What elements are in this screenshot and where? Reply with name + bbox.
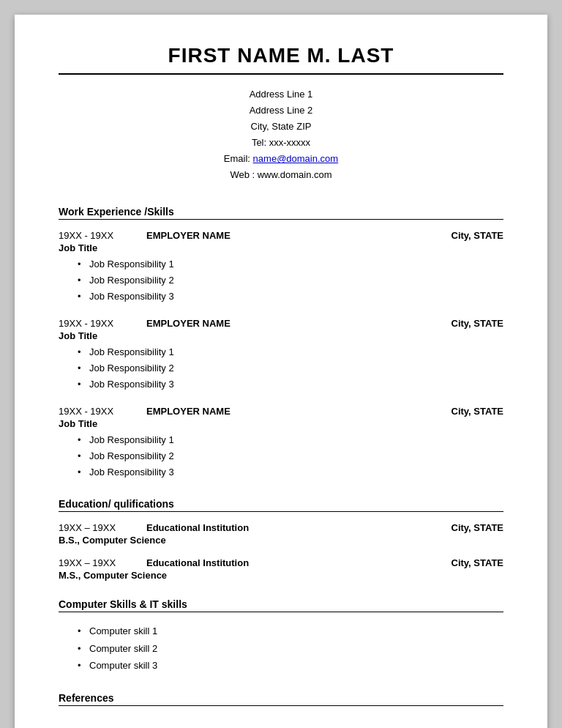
edu-entry-2: 19XX – 19XX Educational Institution City…: [59, 557, 503, 581]
web-label: Web :: [230, 169, 255, 180]
edu-location-1: City, STATE: [452, 522, 504, 533]
list-item: Job Responsibility 1: [80, 256, 503, 272]
skills-list: Computer skill 1 Computer skill 2 Comput…: [59, 623, 503, 674]
job-entry-1: 19XX - 19XX EMPLOYER NAME City, STATE Jo…: [59, 230, 503, 305]
references-title: References: [59, 692, 503, 706]
education-title: Education/ qulifications: [59, 498, 503, 512]
job-employer-3: EMPLOYER NAME: [146, 406, 231, 417]
list-item: Computer skill 3: [80, 657, 503, 674]
email-label: Email:: [224, 153, 250, 164]
job-header-left-1: 19XX - 19XX EMPLOYER NAME: [59, 230, 231, 241]
job-location-1: City, STATE: [452, 230, 504, 241]
list-item: Computer skill 1: [80, 623, 503, 639]
job-title-3: Job Title: [59, 418, 503, 429]
list-item: Job Responsibility 3: [80, 464, 503, 480]
list-item: Job Responsibility 1: [80, 344, 503, 360]
web-value: www.domain.com: [258, 169, 332, 180]
edu-dates-1: 19XX – 19XX: [59, 522, 124, 533]
job-header-1: 19XX - 19XX EMPLOYER NAME City, STATE: [59, 230, 503, 241]
edu-degree-1: B.S., Computer Science: [59, 535, 503, 546]
tel-line: Tel: xxx-xxxxx: [59, 135, 503, 151]
job-title-2: Job Title: [59, 330, 503, 341]
job-dates-2: 19XX - 19XX: [59, 318, 124, 329]
city-state-zip: City, State ZIP: [59, 119, 503, 135]
job-responsibilities-2: Job Responsibility 1 Job Responsibility …: [59, 344, 503, 393]
job-header-left-3: 19XX - 19XX EMPLOYER NAME: [59, 406, 231, 417]
job-header-2: 19XX - 19XX EMPLOYER NAME City, STATE: [59, 318, 503, 329]
edu-institution-2: Educational Institution: [146, 557, 249, 568]
job-dates-3: 19XX - 19XX: [59, 406, 124, 417]
edu-header-2: 19XX – 19XX Educational Institution City…: [59, 557, 503, 568]
tel-label: Tel:: [252, 137, 266, 148]
list-item: Job Responsibility 3: [80, 289, 503, 305]
list-item: Job Responsibility 1: [80, 432, 503, 448]
resume-page: FIRST NAME M. LAST Address Line 1 Addres…: [15, 15, 547, 728]
edu-institution-1: Educational Institution: [146, 522, 249, 533]
email-link[interactable]: name@domain.com: [253, 153, 339, 164]
edu-dates-2: 19XX – 19XX: [59, 557, 124, 568]
edu-header-left-2: 19XX – 19XX Educational Institution: [59, 557, 249, 568]
job-header-left-2: 19XX - 19XX EMPLOYER NAME: [59, 318, 231, 329]
job-responsibilities-1: Job Responsibility 1 Job Responsibility …: [59, 256, 503, 305]
full-name: FIRST NAME M. LAST: [59, 44, 503, 75]
edu-degree-2: M.S., Computer Science: [59, 570, 503, 581]
list-item: Job Responsibility 2: [80, 360, 503, 376]
edu-entry-1: 19XX – 19XX Educational Institution City…: [59, 522, 503, 546]
job-location-3: City, STATE: [452, 406, 504, 417]
job-location-2: City, STATE: [452, 318, 504, 329]
list-item: Job Responsibility 2: [80, 448, 503, 464]
computer-skills-section: Computer Skills & IT skills Computer ski…: [59, 598, 503, 674]
job-responsibilities-3: Job Responsibility 1 Job Responsibility …: [59, 432, 503, 480]
work-experience-section: Work Experience /Skills 19XX - 19XX EMPL…: [59, 206, 503, 481]
education-section: Education/ qulifications 19XX – 19XX Edu…: [59, 498, 503, 581]
edu-location-2: City, STATE: [452, 557, 504, 568]
job-header-3: 19XX - 19XX EMPLOYER NAME City, STATE: [59, 406, 503, 417]
job-title-1: Job Title: [59, 242, 503, 253]
contact-info: Address Line 1 Address Line 2 City, Stat…: [59, 86, 503, 184]
list-item: Computer skill 2: [80, 640, 503, 657]
computer-skills-title: Computer Skills & IT skills: [59, 598, 503, 612]
job-employer-2: EMPLOYER NAME: [146, 318, 231, 329]
work-experience-title: Work Experience /Skills: [59, 206, 503, 220]
job-dates-1: 19XX - 19XX: [59, 230, 124, 241]
job-entry-3: 19XX - 19XX EMPLOYER NAME City, STATE Jo…: [59, 406, 503, 480]
address-line2: Address Line 2: [59, 103, 503, 119]
job-employer-1: EMPLOYER NAME: [146, 230, 231, 241]
list-item: Job Responsibility 2: [80, 272, 503, 289]
references-section: References: [59, 692, 503, 706]
address-line1: Address Line 1: [59, 86, 503, 103]
web-line: Web : www.domain.com: [59, 167, 503, 183]
edu-header-1: 19XX – 19XX Educational Institution City…: [59, 522, 503, 533]
list-item: Job Responsibility 3: [80, 376, 503, 393]
job-entry-2: 19XX - 19XX EMPLOYER NAME City, STATE Jo…: [59, 318, 503, 393]
email-line: Email: name@domain.com: [59, 151, 503, 167]
tel-value: xxx-xxxxx: [269, 137, 310, 148]
edu-header-left-1: 19XX – 19XX Educational Institution: [59, 522, 249, 533]
